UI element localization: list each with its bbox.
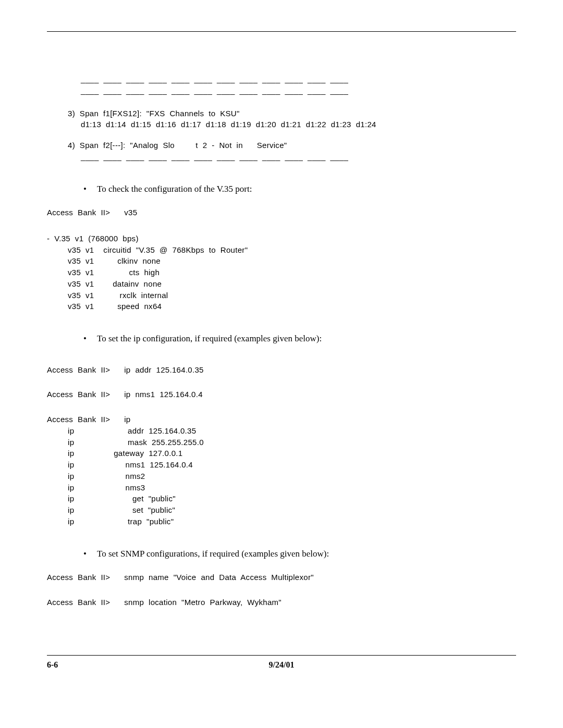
blank-row-1: ____ ____ ____ ____ ____ ____ ____ ____ … <box>81 73 516 85</box>
span3-line2: d1:13 d1:14 d1:15 d1:16 d1:17 d1:18 d1:1… <box>81 119 516 130</box>
v35-cmd: Access Bank II> v35 <box>47 207 516 218</box>
ip-l5: ip nms2 <box>68 471 516 482</box>
ip-cmd1: Access Bank II> ip addr 125.164.0.35 <box>47 364 516 376</box>
footer-right-spacer <box>360 659 516 671</box>
snmp-cmd1: Access Bank II> snmp name "Voice and Dat… <box>47 572 516 583</box>
ip-l9: ip trap "public" <box>68 516 516 527</box>
bullet-icon: • <box>83 332 87 346</box>
ip-l7: ip get "public" <box>68 493 516 504</box>
footer-page-number: 6-6 <box>47 659 203 671</box>
ip-cmd2: Access Bank II> ip nms1 125.164.0.4 <box>47 389 516 400</box>
ip-l2: ip mask 255.255.255.0 <box>68 437 516 448</box>
span3-line1: 3) Span f1[FXS12]: "FXS Channels to KSU" <box>68 108 516 119</box>
top-rule <box>47 31 516 32</box>
bullet-icon: • <box>83 182 87 196</box>
bullet-ip-config: • To set the ip configuration, if requir… <box>83 332 516 346</box>
snmp-cmd2: Access Bank II> snmp location "Metro Par… <box>47 597 516 608</box>
v35-l5: v35 v1 rxclk internal <box>68 290 516 301</box>
bullet-icon: • <box>83 547 87 561</box>
v35-l3: v35 v1 cts high <box>68 267 516 278</box>
bullet-text: To check the configuration of the V.35 p… <box>97 182 252 196</box>
blank-row-3: ____ ____ ____ ____ ____ ____ ____ ____ … <box>81 151 516 163</box>
ip-l3: ip gateway 127.0.0.1 <box>68 448 516 459</box>
v35-header: - V.35 v1 (768000 bps) <box>47 233 516 244</box>
blank-row-2: ____ ____ ____ ____ ____ ____ ____ ____ … <box>81 85 516 96</box>
ip-l6: ip nms3 <box>68 482 516 493</box>
ip-l8: ip set "public" <box>68 504 516 516</box>
v35-l6: v35 v1 speed nx64 <box>68 301 516 312</box>
footer-date: 9/24/01 <box>203 659 360 671</box>
ip-l1: ip addr 125.164.0.35 <box>68 425 516 437</box>
v35-l1: v35 v1 circuitid "V.35 @ 768Kbps to Rout… <box>68 244 516 256</box>
v35-l4: v35 v1 datainv none <box>68 278 516 290</box>
v35-l2: v35 v1 clkinv none <box>68 255 516 267</box>
bullet-text: To set SNMP configurations, if required … <box>97 547 329 561</box>
bullet-snmp-config: • To set SNMP configurations, if require… <box>83 547 516 561</box>
span4-line1: 4) Span f2[---]: "Analog Slo t 2 - Not i… <box>68 140 516 151</box>
bullet-text: To set the ip configuration, if required… <box>97 332 322 346</box>
bullet-v35-check: • To check the configuration of the V.35… <box>83 182 516 196</box>
ip-cmd3: Access Bank II> ip <box>47 414 516 425</box>
page-footer: 6-6 9/24/01 <box>47 655 516 671</box>
ip-l4: ip nms1 125.164.0.4 <box>68 459 516 471</box>
